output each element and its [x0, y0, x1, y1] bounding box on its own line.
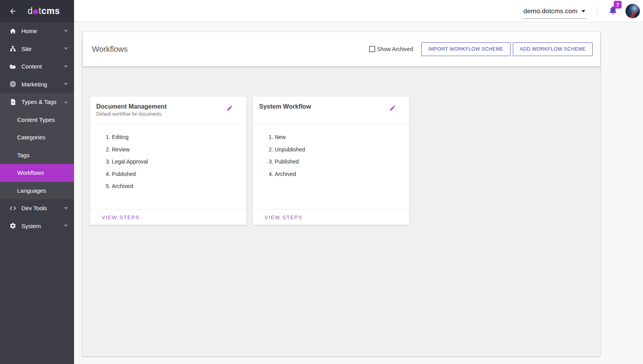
sidebar-item-home[interactable]: Home: [0, 22, 74, 40]
show-archived-label: Show Archived: [377, 46, 413, 52]
sidebar-item-label: Home: [21, 28, 37, 34]
topbar: demo.dotcms.com 7: [74, 0, 643, 22]
sidebar-section-types-tags: Types & TagsContent TypesCategoriesTagsW…: [0, 93, 74, 199]
dotcms-logo: dtcms: [28, 6, 60, 16]
show-archived-toggle[interactable]: Show Archived: [369, 46, 413, 52]
sidebar-item-label: Dev Tools: [21, 205, 47, 211]
document-icon: [9, 98, 16, 106]
workflow-step: New: [275, 134, 409, 140]
sidebar-nav: HomeSiteContentMarketingTypes & TagsCont…: [0, 22, 74, 235]
workflow-step: Archived: [112, 183, 246, 189]
workflow-steps-list: EditingReviewLegal ApprovalPublishedArch…: [90, 124, 246, 209]
sidebar-item-label: Languages: [17, 187, 46, 194]
target-icon: [9, 81, 16, 88]
workflow-card-footer: VIEW STEPS: [253, 209, 409, 225]
content-column: demo.dotcms.com 7 Workflows Show Archive…: [74, 0, 643, 364]
panel-header: Workflows Show Archived IMPORT WORKFLOW …: [83, 32, 600, 66]
arrow-back-icon: [9, 7, 17, 15]
workflow-step: Published: [275, 158, 409, 165]
workflow-card-footer: VIEW STEPS: [90, 209, 246, 225]
collapse-sidebar-button[interactable]: [8, 7, 18, 16]
chevron-down-icon: [64, 225, 68, 229]
gear-icon: [9, 222, 16, 229]
site-selector-value: demo.dotcms.com: [523, 7, 578, 15]
sidebar-item-dev-tools[interactable]: Dev Tools: [0, 199, 74, 217]
pencil-icon: [226, 105, 233, 111]
pencil-icon: [389, 105, 396, 111]
sidebar-item-categories[interactable]: Categories: [0, 128, 74, 146]
sidebar-item-site[interactable]: Site: [0, 40, 74, 58]
workflow-card-title: Document Management: [96, 103, 240, 110]
chevron-down-icon: [64, 65, 68, 70]
workflow-step: Archived: [275, 171, 409, 177]
workflow-step: Published: [112, 171, 246, 177]
chevron-up-icon: [64, 99, 68, 103]
app-root: dtcms HomeSiteContentMarketingTypes & Ta…: [0, 0, 643, 364]
sidebar-header: dtcms: [0, 0, 74, 22]
import-workflow-scheme-button[interactable]: IMPORT WORKFLOW SCHEME: [421, 42, 510, 56]
show-archived-checkbox[interactable]: [369, 46, 375, 52]
edit-workflow-button[interactable]: [226, 105, 233, 113]
notifications-button[interactable]: 7: [608, 5, 618, 17]
chevron-down-icon: [64, 47, 68, 52]
sidebar-item-label: Site: [21, 46, 32, 52]
sidebar-item-workflows[interactable]: Workflows: [0, 164, 74, 182]
workflow-cards-row: Document ManagementDefault workflow for …: [90, 97, 409, 356]
page-title: Workflows: [92, 45, 128, 54]
edit-workflow-button[interactable]: [389, 105, 396, 113]
view-steps-link[interactable]: VIEW STEPS: [102, 215, 140, 220]
user-avatar[interactable]: [625, 4, 640, 18]
workflow-step: Editing: [112, 134, 246, 140]
topbar-divider: [597, 4, 598, 18]
notification-count-badge: 7: [614, 1, 622, 9]
sidebar: dtcms HomeSiteContentMarketingTypes & Ta…: [0, 0, 74, 364]
sitemap-icon: [9, 45, 16, 52]
sidebar-item-types-tags[interactable]: Types & Tags: [0, 93, 74, 111]
workflow-step: Review: [112, 146, 246, 153]
sidebar-item-label: Types & Tags: [21, 98, 57, 105]
sidebar-item-label: Tags: [17, 152, 30, 158]
site-selector[interactable]: demo.dotcms.com: [523, 7, 587, 19]
sidebar-item-languages[interactable]: Languages: [0, 182, 74, 200]
home-icon: [9, 28, 16, 35]
sidebar-item-system[interactable]: System: [0, 217, 74, 235]
code-icon: [9, 205, 16, 212]
logo-text-t: t: [39, 6, 41, 16]
workflow-card: Document ManagementDefault workflow for …: [90, 97, 246, 225]
workflow-card-subtitle: Default workflow for documents: [96, 111, 240, 117]
logo-text-cms: cms: [41, 6, 60, 16]
logo-text-d: d: [28, 6, 33, 16]
workflow-step: Legal Approval: [112, 158, 246, 165]
chevron-down-icon: [64, 30, 68, 34]
workflow-step: Unpublished: [275, 146, 409, 153]
workflow-card-subtitle: [259, 111, 403, 117]
workflow-card-header: Document ManagementDefault workflow for …: [90, 97, 246, 124]
sidebar-item-tags[interactable]: Tags: [0, 146, 74, 164]
sidebar-item-label: Marketing: [21, 81, 47, 88]
workflows-panel: Workflows Show Archived IMPORT WORKFLOW …: [83, 32, 600, 356]
sidebar-item-content-types[interactable]: Content Types: [0, 111, 74, 129]
header-actions: Show Archived IMPORT WORKFLOW SCHEME ADD…: [369, 42, 593, 56]
sidebar-item-label: Content: [21, 63, 42, 70]
logo-dot-icon: [33, 9, 38, 14]
sidebar-item-marketing[interactable]: Marketing: [0, 76, 74, 93]
sidebar-item-content[interactable]: Content: [0, 58, 74, 76]
sidebar-item-label: Content Types: [17, 116, 55, 123]
workflow-card-header: System Workflow: [253, 97, 409, 124]
folder-icon: [9, 63, 16, 70]
panel-body: Document ManagementDefault workflow for …: [83, 66, 600, 356]
workflow-card: System WorkflowNewUnpublishedPublishedAr…: [253, 97, 409, 225]
chevron-down-icon: [64, 83, 68, 87]
view-steps-link[interactable]: VIEW STEPS: [265, 215, 302, 220]
workflow-steps-list: NewUnpublishedPublishedArchived: [253, 124, 409, 209]
add-workflow-scheme-button[interactable]: ADD WORKFLOW SCHEME: [513, 42, 593, 56]
workflow-card-title: System Workflow: [259, 103, 403, 110]
chevron-down-icon: [64, 207, 68, 211]
sidebar-item-label: Categories: [17, 134, 46, 141]
sidebar-item-label: System: [21, 223, 41, 229]
page-background: Workflows Show Archived IMPORT WORKFLOW …: [74, 22, 643, 364]
chevron-down-icon: [581, 10, 585, 14]
sidebar-item-label: Workflows: [17, 169, 44, 176]
